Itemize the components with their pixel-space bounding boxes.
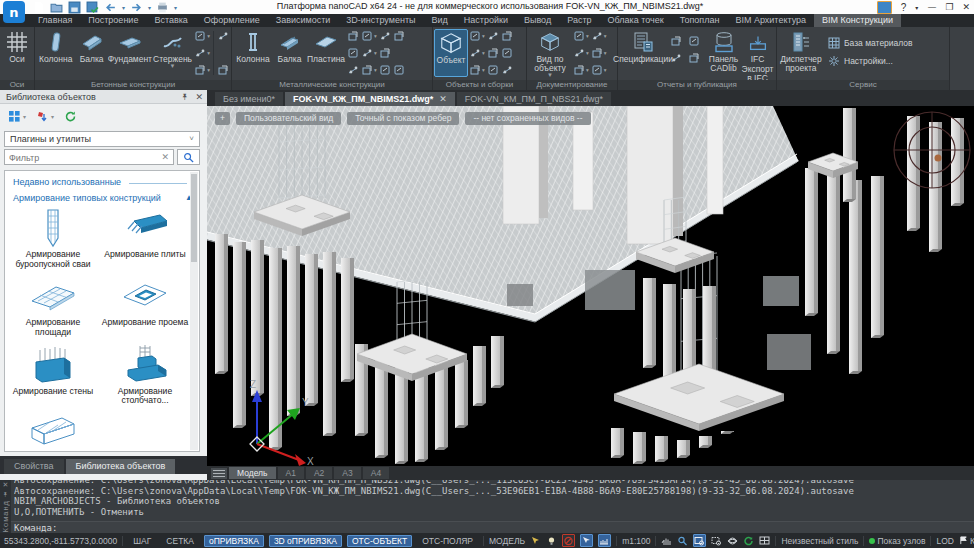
dynamic-input-icon[interactable] xyxy=(598,534,611,547)
project-manager-button[interactable]: Диспетчер проекта xyxy=(778,29,824,77)
library-item-pile-reinforcement[interactable]: Армирование буроопускной сваи xyxy=(7,207,99,269)
save-all-icon[interactable] xyxy=(86,2,99,13)
zoom-icon[interactable] xyxy=(677,535,688,546)
toggle-otrack-polar[interactable]: ОТС-ПОЛЯР xyxy=(417,535,478,547)
view-by-object-button[interactable]: Вид по объекту ▼ xyxy=(528,29,572,77)
saved-views-control[interactable]: -- нет сохраненных видов -- xyxy=(465,112,590,125)
zoom-extents-icon[interactable] xyxy=(711,535,722,546)
tool-icon[interactable] xyxy=(670,50,686,65)
tab-3d-instrumenty[interactable]: 3D-инструменты xyxy=(338,14,423,27)
tab-object-library[interactable]: Библиотека объектов xyxy=(66,459,176,474)
tab-glavnaya[interactable]: Главная xyxy=(30,14,80,27)
tab-bim-arhitektura[interactable]: BIM Архитектура xyxy=(727,14,814,27)
toggle-osnap[interactable]: оПРИВЯЗКА xyxy=(204,535,264,547)
concrete-beam-button[interactable]: Балка xyxy=(75,29,108,77)
tool-icon[interactable]: ▾ xyxy=(469,64,485,76)
tool-icon[interactable] xyxy=(501,47,513,59)
visual-style-control[interactable]: Точный с показом ребер xyxy=(347,112,459,125)
toggle-3d-osnap[interactable]: 3D оПРИВЯЗКА xyxy=(269,535,342,547)
materials-base-button[interactable]: База материалов xyxy=(828,37,913,49)
insert-mode-button[interactable]: ▾ xyxy=(36,110,54,123)
views-button[interactable]: ▾ xyxy=(8,110,26,123)
redo-icon[interactable] xyxy=(130,2,143,13)
tool-icon[interactable]: ▾ xyxy=(469,30,485,42)
tool-icon[interactable]: ▾ xyxy=(591,47,607,59)
tab-properties[interactable]: Свойства xyxy=(4,459,64,474)
restore-button[interactable]: ❐ xyxy=(945,2,953,12)
close-button[interactable]: ✕ xyxy=(962,2,970,12)
cadlib-panel-button[interactable]: Панель CADlib xyxy=(707,29,740,77)
locator-widget[interactable] xyxy=(894,112,970,188)
undo-icon[interactable] xyxy=(104,2,117,13)
library-item-area-reinforcement[interactable]: Армирование площади xyxy=(7,275,99,337)
tool-icon[interactable] xyxy=(688,33,704,48)
cursor-lock-icon[interactable] xyxy=(580,534,593,547)
tab-a1[interactable]: A1 xyxy=(278,467,304,479)
export-ifc-button[interactable]: IFC Экспорт в IFC ▼ xyxy=(740,29,775,77)
search-button[interactable] xyxy=(177,149,200,165)
visual-style-selector[interactable]: Неизвестный стиль xyxy=(781,536,858,546)
filter-field[interactable]: ✕ xyxy=(4,149,174,165)
tab-a3[interactable]: A3 xyxy=(334,467,360,479)
doc-tab-active[interactable]: FOK-VN_КЖ_ПМ_NBIMS21.dwg*✕ xyxy=(285,92,455,106)
selection-cycling-icon[interactable] xyxy=(530,535,541,546)
command-line-panel[interactable]: ✕ 🖈 Команд Автосохранение: C:\Users\zono… xyxy=(0,480,974,533)
tool-icon[interactable] xyxy=(217,30,229,42)
tool-icon[interactable]: ▾ xyxy=(591,64,607,76)
axes-button[interactable]: Оси xyxy=(1,29,33,77)
help-dropdown-icon[interactable]: ▾ xyxy=(915,4,918,11)
viewports-icon[interactable] xyxy=(759,535,770,546)
viewport-menu-control[interactable]: + xyxy=(215,112,230,125)
regen-icon[interactable] xyxy=(743,535,754,546)
metal-plate-button[interactable]: Пластина xyxy=(306,29,346,77)
toggle-grid[interactable]: СЕТКА xyxy=(161,535,199,547)
zoom-window-icon[interactable] xyxy=(693,534,706,547)
undo-dropdown-icon[interactable]: ▾ xyxy=(122,4,125,11)
tab-model[interactable]: Модель xyxy=(229,467,276,479)
tab-oformlenie[interactable]: Оформление xyxy=(196,14,268,27)
tab-rastr[interactable]: Растр xyxy=(559,14,599,27)
scale-indicator[interactable]: m1:100 xyxy=(622,536,650,546)
tab-zavisimosti[interactable]: Зависимости xyxy=(268,14,339,27)
tool-icon[interactable]: ▾ xyxy=(591,30,607,42)
tool-icon[interactable]: ▾ xyxy=(573,30,589,42)
doc-tab-km[interactable]: FOK-VN_КМ_ПМ_П_NBS21.dwg* xyxy=(457,92,611,106)
tool-icon[interactable] xyxy=(347,30,359,42)
tool-icon[interactable] xyxy=(501,30,513,42)
new-file-icon[interactable] xyxy=(32,2,45,13)
tab-vstavka[interactable]: Вставка xyxy=(146,14,195,27)
concrete-column-button[interactable]: Колонна xyxy=(36,29,75,77)
panel-close-icon[interactable]: ✕ xyxy=(195,90,203,104)
section-typical-reinforcement[interactable]: Армирование типовых конструкций ▲ xyxy=(13,193,193,203)
tool-icon[interactable] xyxy=(487,30,499,42)
tool-icon[interactable]: ▾ xyxy=(194,30,210,42)
save-icon[interactable] xyxy=(68,2,81,13)
filter-input[interactable] xyxy=(5,151,156,165)
nanocad-logo-icon[interactable]: n xyxy=(3,1,25,23)
tool-icon[interactable]: ▾ xyxy=(361,47,377,59)
print-icon[interactable] xyxy=(156,2,169,13)
pan-icon[interactable] xyxy=(661,535,672,546)
library-item-wall-reinforcement[interactable]: Армирование стены xyxy=(7,344,99,406)
tab-nastroyki[interactable]: Настройки xyxy=(456,14,516,27)
tool-icon[interactable]: ▾ xyxy=(573,64,589,76)
open-file-icon[interactable] xyxy=(50,2,63,13)
whats-new-icon[interactable] xyxy=(877,1,892,14)
concrete-rod-button[interactable]: Стержень ▼ xyxy=(152,29,193,77)
tool-icon[interactable] xyxy=(379,30,391,42)
layouts-menu-icon[interactable] xyxy=(211,468,227,479)
concrete-foundation-button[interactable]: Фундамент xyxy=(108,29,152,77)
metal-beam-button[interactable]: Балка xyxy=(273,29,306,77)
tool-icon[interactable] xyxy=(347,64,359,76)
doc-tab-unnamed[interactable]: Без имени0* xyxy=(215,92,283,106)
settings-button[interactable]: Настройки... xyxy=(828,55,913,67)
no-constraints-icon[interactable] xyxy=(562,534,575,547)
library-source-dropdown[interactable]: Плагины и утилиты ˅ xyxy=(4,131,200,147)
tool-icon[interactable]: ▾ xyxy=(573,47,589,59)
metal-column-button[interactable]: Колонна xyxy=(233,29,273,77)
orbit-icon[interactable] xyxy=(727,535,738,546)
scrollbar[interactable] xyxy=(190,172,198,450)
command-input[interactable]: Команда: xyxy=(11,521,974,533)
minimize-button[interactable]: — xyxy=(927,2,936,12)
scrollbar-thumb[interactable] xyxy=(191,174,197,262)
